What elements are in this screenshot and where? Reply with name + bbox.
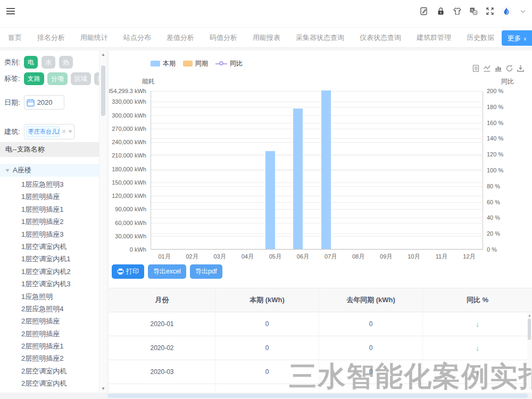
gridline (151, 142, 484, 143)
tree-node-child[interactable]: 2层照明插座 (0, 328, 99, 340)
scroll-up-icon[interactable]: ▲ (527, 313, 532, 317)
save-image-icon[interactable] (517, 64, 525, 72)
category-label: 类别: (4, 57, 20, 67)
tag-pill[interactable]: 支路 (24, 72, 44, 85)
table-scrollbar[interactable]: ▲ (527, 312, 532, 390)
theme-shirt-icon[interactable] (452, 6, 462, 16)
horizontal-scroll-thumb[interactable] (107, 394, 528, 398)
tag-pill[interactable]: 部门 (94, 72, 99, 85)
legend-item[interactable]: 同比 (215, 59, 243, 68)
gridline (151, 234, 484, 234)
y-axis-tick: 150,000 kWh (112, 179, 146, 186)
cell-last-year: 0 (319, 360, 423, 384)
scroll-up-icon[interactable]: ▲ (99, 52, 107, 57)
tab-item[interactable]: 用能报表 (253, 28, 280, 48)
tree-node-child[interactable]: 1层空调室内机 (0, 240, 99, 253)
caret-down-icon[interactable] (5, 169, 10, 172)
y2-axis-tick: 0 % (487, 246, 497, 253)
sidebar-scrollbar[interactable]: ▲ ▼ (99, 51, 106, 393)
y-axis-tick: 60,000 kWh (115, 220, 146, 226)
more-tabs-button[interactable]: 更多∨ (502, 30, 532, 46)
tree-node-child[interactable]: 2层照明插座2 (0, 352, 99, 364)
bar-current-period[interactable] (321, 90, 331, 249)
lock-icon[interactable] (436, 6, 445, 16)
tree-node-child[interactable]: 2层空调室内机 (0, 365, 99, 377)
chevron-down-icon[interactable] (518, 6, 528, 16)
tag-pill[interactable]: 分项 (47, 72, 68, 85)
gridline (151, 186, 484, 187)
restore-icon[interactable] (505, 64, 513, 72)
tab-item[interactable]: 差值分析 (167, 28, 194, 48)
menu-toggle-icon[interactable] (6, 8, 15, 15)
building-filter-row: 建筑: 枣庄市台儿庄x ✕ (4, 124, 74, 139)
cell-month: 2020-04 (109, 384, 215, 393)
tree-node-child[interactable]: 2层空调室内机 (0, 377, 99, 389)
bar-current-period[interactable] (293, 109, 303, 249)
trend-down-icon: ↓ (476, 320, 479, 328)
scroll-down-icon[interactable]: ▼ (99, 386, 107, 391)
y-axis-title: 能耗 (142, 77, 155, 86)
tag-pill[interactable]: 区域 (71, 72, 91, 85)
tree-node-child[interactable]: 1层照明插座 (0, 190, 99, 203)
tab-item[interactable]: 排名分析 (37, 28, 65, 48)
category-pill[interactable]: 电 (24, 56, 38, 69)
legend-item[interactable]: 同期 (183, 59, 208, 68)
table-row: 2020-0300↓ (109, 360, 532, 384)
cell-last-year: 0 (319, 312, 423, 336)
tree-node-child[interactable]: 1层照明插座3 (0, 228, 99, 240)
y-axis-tick: 210,000 kWh (112, 152, 146, 159)
tree-node-child[interactable]: 2层照明插座 (0, 315, 99, 327)
fullscreen-icon[interactable] (485, 6, 495, 16)
table-scroll-thumb[interactable] (528, 319, 531, 340)
translate-icon[interactable]: 文A (469, 6, 478, 16)
tree-node-child[interactable]: 2层照明插座1 (0, 340, 99, 352)
tab-item[interactable]: 码值分析 (210, 28, 237, 48)
tab-item[interactable]: 仪表状态查询 (360, 28, 401, 48)
tree-node-child[interactable]: 1层应急照明3 (0, 178, 99, 190)
tab-label: 仪表状态查询 (360, 34, 401, 41)
gridline (151, 223, 484, 223)
x-axis-tick: 11月 (428, 253, 455, 261)
y-axis-tick: 120,000 kWh (112, 193, 146, 199)
export-pdf-button[interactable]: 导出pdf (190, 264, 222, 279)
export-excel-button[interactable]: 导出excel (148, 264, 186, 279)
edit-note-icon[interactable] (419, 6, 429, 16)
tab-item[interactable]: 首页 (8, 28, 22, 48)
tree-node-child[interactable]: 1层空调室内机3 (0, 278, 99, 290)
tab-item[interactable]: 历史数据 (467, 28, 494, 48)
tree-node-child[interactable]: 1层照明插座1 (0, 203, 99, 215)
tree-node-child[interactable]: 1层照明插座2 (0, 215, 99, 228)
tab-item[interactable]: 站点分布 (123, 28, 151, 48)
tab-label: 码值分析 (210, 34, 237, 41)
tree-node-parent[interactable]: A座楼 (0, 164, 99, 177)
gridline (151, 250, 484, 250)
gridline (151, 129, 484, 129)
select-clear-icon[interactable]: ✕ (61, 128, 66, 135)
category-pill[interactable]: 水 (41, 56, 55, 69)
printer-icon (117, 268, 124, 275)
data-view-icon[interactable] (472, 64, 480, 72)
y-axis-tick: 30,000 kWh (115, 233, 146, 239)
horizontal-scrollbar[interactable] (0, 393, 532, 399)
sidebar-scroll-thumb[interactable] (101, 65, 105, 116)
tree-node-child[interactable]: 1层空调室内机1 (0, 253, 99, 265)
tab-item[interactable]: 用能统计 (80, 28, 108, 48)
tab-item[interactable]: 建筑群管理 (417, 28, 451, 48)
bar-chart-icon[interactable] (494, 64, 502, 72)
date-label: 日期: (4, 98, 20, 107)
category-pill[interactable]: 热 (59, 56, 73, 69)
tree-node-child[interactable]: 1层空调室内机2 (0, 265, 99, 278)
tab-item[interactable]: 采集器状态查询 (296, 28, 344, 48)
gridline (151, 102, 484, 102)
print-button[interactable]: 打印 (112, 264, 144, 279)
y2-axis-tick: 40 % (487, 214, 500, 221)
tree-node-child[interactable]: 1应急照明 (0, 290, 99, 303)
x-axis-tick: 12月 (455, 253, 483, 261)
line-chart-icon[interactable] (483, 64, 491, 72)
building-select[interactable]: 枣庄市台儿庄x ✕ (24, 124, 74, 139)
app-logo[interactable] (502, 6, 511, 16)
legend-item[interactable]: 本期 (151, 59, 176, 68)
legend-line-marker (215, 63, 227, 64)
tree-node-child[interactable]: 2层应急照明4 (0, 303, 99, 315)
bar-current-period[interactable] (265, 151, 275, 249)
